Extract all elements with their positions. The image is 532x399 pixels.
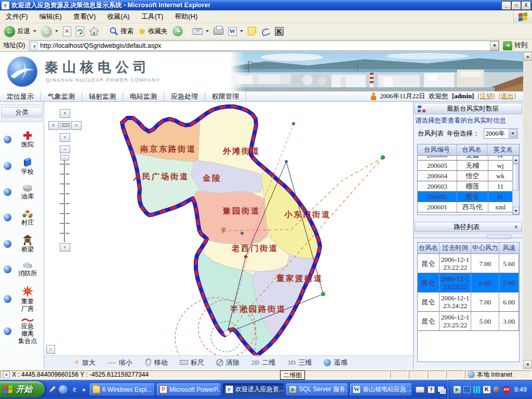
sidebar-item-oil-depot[interactable]: 油库 [0,183,44,200]
table-scrollbar[interactable] [512,156,519,215]
menu-favorites[interactable]: 收藏(A) [101,12,135,21]
sidebar-header[interactable]: 分类 [1,107,43,117]
year-select-arrow[interactable] [509,129,517,138]
sidebar-item-bridge[interactable]: 桥梁 [0,234,44,253]
nav-tab-radiation[interactable]: 辐射监测 [82,91,123,101]
nav-tab-weather[interactable]: 气象监测 [41,91,82,101]
pan-up-button[interactable]: ˄ [60,109,70,118]
zoom-slider-thumb[interactable]: – [60,155,69,161]
scroll-down-button[interactable] [523,360,532,369]
edit-word-button[interactable]: W [226,24,245,38]
scroll-up-button[interactable] [523,52,532,61]
table-row[interactable]: 昆仑2006-12-1 23:25:225.003.00 [418,312,519,331]
page-scrollbar[interactable] [523,52,532,369]
sidebar-item-assembly-point[interactable]: 应急 撤离 集合点 [0,317,44,344]
map-remote-sensing-button[interactable]: 遥感 [324,358,347,367]
year-select[interactable]: 2006年 [484,128,518,139]
go-button[interactable]: ➜ 转到 [502,41,530,50]
address-input[interactable]: e http://localhost/QSgridwebgis/default.… [29,41,499,51]
refresh-button[interactable] [74,24,86,38]
sidebar-item-school[interactable]: 学校 [0,156,44,175]
restore-button[interactable]: ❐ [512,2,521,9]
task-ie-active[interactable]: e 欢迎进入应急资... [222,383,285,396]
sidebar-item-fire-station[interactable]: 消防所 [0,261,44,277]
quicklaunch-overflow-icon[interactable]: » [82,386,86,393]
pan-left-button[interactable]: ˂ [48,121,59,130]
map-area[interactable]: 南京东路街道 外滩街道 人民广场街道 金陵 豫园街道 小东门街道 老西门街道 董… [44,102,413,369]
history-button[interactable] [170,24,185,38]
scroll-up-button[interactable] [513,156,519,164]
tray-sql-icon[interactable] [454,386,461,393]
nav-tab-permissions[interactable]: 权限管理 [205,91,246,101]
map-pan-button[interactable]: 移动 [144,358,168,367]
table-row[interactable]: 200605无稽wj [418,161,512,171]
menu-tools[interactable]: 工具(T) [136,12,169,21]
menu-help[interactable]: 帮助(H) [169,12,203,21]
scroll-down-button[interactable] [513,207,519,215]
search-button[interactable]: 搜索 [107,24,136,38]
help-icon[interactable]: ? [428,386,435,393]
ruler-tool-button[interactable] [60,121,70,130]
zoom-in-step-button[interactable]: + [60,243,70,251]
zoom-out-step-button[interactable]: – [60,145,70,153]
menu-edit[interactable]: 编辑(E) [34,12,68,21]
discuss-button[interactable] [246,24,258,38]
table-row[interactable]: 昆仑2006-12-1 23:24:227.006.00 [418,292,519,312]
messenger-button[interactable] [259,24,272,38]
quicklaunch-messenger-icon[interactable] [59,385,68,394]
window-switcher-icon[interactable] [438,387,445,393]
tray-kaspersky-icon[interactable]: K [483,386,490,393]
table-row[interactable]: 200601西马伦xml [418,202,512,212]
tray-volume-icon[interactable] [493,386,500,393]
map-zoom-out-button[interactable]: —缩小 [108,358,132,367]
task-windows-explorer[interactable]: 6 Windows Expl... [89,383,155,396]
map-3d-button[interactable]: 3D三维 [288,358,312,367]
panel-splitter[interactable] [414,234,523,238]
table-row[interactable]: 200604悟空wk [418,171,512,181]
back-button[interactable]: ← 后退 [2,24,38,38]
map-ruler-button[interactable]: 标尺 [180,358,204,367]
table-row-selected[interactable]: 200602昆仑kl [418,192,512,202]
collapse-chevron-icon[interactable]: » [513,225,521,229]
sidebar-expander-button[interactable]: ˃ [46,345,55,354]
sidebar-item-village[interactable]: 村庄 [0,208,44,226]
tray-ati-icon[interactable]: ATI [503,386,510,393]
antivirus-button[interactable]: K [273,24,286,38]
pan-right-button[interactable]: ˃ [71,121,82,130]
print-button[interactable] [211,24,225,38]
tray-network-icon[interactable] [463,386,471,393]
pan-down-button[interactable]: ˅ [60,133,70,142]
exit-link[interactable]: [退出] [499,92,516,101]
forward-button[interactable]: → [39,24,60,38]
menu-file[interactable]: 文件(F) [0,12,34,21]
mail-button[interactable] [191,24,211,38]
home-button[interactable] [87,24,101,38]
logout-link[interactable]: [注销] [477,92,495,101]
sidebar-item-important-plant[interactable]: 重要 厂房 [0,285,44,312]
zoom-slider[interactable] [60,156,70,242]
map-clear-button[interactable]: 清除 [216,358,240,367]
quicklaunch-pen-icon[interactable] [48,385,56,393]
start-button[interactable]: 开始 [0,381,45,397]
task-sql-server[interactable]: SQL Server 服务... [286,383,348,396]
keyboard-layout-icon[interactable] [416,387,424,393]
path-list-header[interactable]: 路径列表 » [415,222,522,232]
nav-tab-station[interactable]: 电站监测 [123,91,164,101]
map-2d-button[interactable]: 2D二维 [251,358,276,367]
nav-tab-location[interactable]: 定位显示 [0,91,41,101]
task-powerpoint[interactable]: P Microsoft PowerP... [156,383,221,396]
task-word[interactable]: W 秦山核电站应急... [350,383,412,396]
tray-grid-icon[interactable] [473,386,481,393]
map-zoom-in-button[interactable]: +放大 [74,358,96,367]
table-row[interactable]: 昆仑2006-12-1 23:22:227.005.60 [418,254,519,273]
quicklaunch-ie-icon[interactable]: e [70,385,79,394]
menu-view[interactable]: 查看(V) [68,12,101,21]
district-map[interactable]: 南京东路街道 外滩街道 人民广场街道 金陵 豫园街道 小东门街道 老西门街道 董… [44,102,413,369]
table-row-selected[interactable]: 昆仑2006-12-1 23:23:226.005.00 [418,273,519,292]
stop-button[interactable]: ✕ [61,24,73,38]
close-button[interactable]: X [522,2,530,9]
favorites-button[interactable]: ★ 收藏夹 [136,24,170,38]
table-row[interactable]: 200603榴莲11 [418,181,512,192]
nav-tab-emergency[interactable]: 应急处理 [164,91,205,101]
address-dropdown-button[interactable] [490,41,499,50]
